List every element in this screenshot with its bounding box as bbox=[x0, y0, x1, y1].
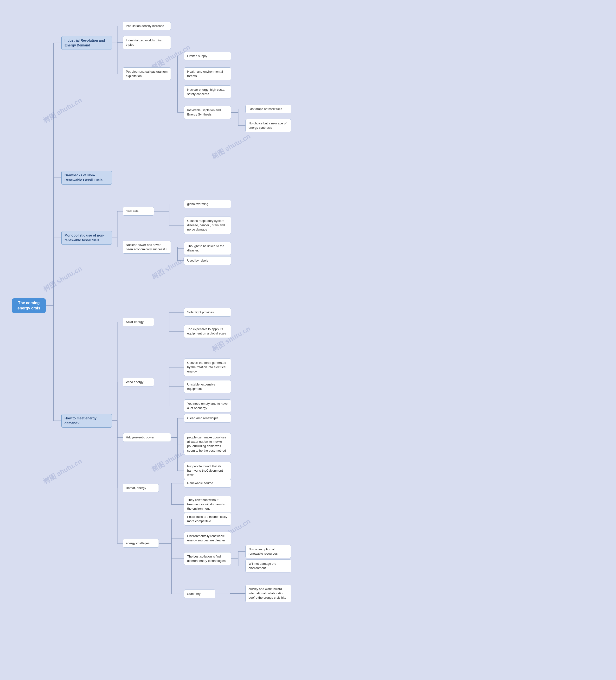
l3-fossil-comp: Fossil fuels are economically more compe… bbox=[184, 512, 231, 526]
l3-solar-light: Solar light provides bbox=[184, 308, 231, 317]
l2-petroleum-label: Petroleum,natual gas,uranium exploitatio… bbox=[126, 70, 167, 78]
l3-nuclear-cost: Nuclear energy: high costs, safety conce… bbox=[184, 85, 231, 98]
l2-energy-chal-label: energy challeges bbox=[126, 541, 149, 545]
l2-hydro: Hrldyroeleotic power bbox=[123, 433, 171, 442]
l1-industrial: Industrial Revolution and Energy Demand bbox=[61, 36, 112, 50]
l3-bomat-renew: Renewable source bbox=[184, 479, 231, 487]
l3-bomat-burn: They can't bun without treatment or will… bbox=[184, 496, 231, 513]
l3-wind-unstable-label: Unstable, expensive equipment bbox=[187, 382, 215, 391]
l2-nuclear-fail: Nuclear power has never been economicall… bbox=[123, 240, 171, 254]
l4-no-damage: Will not damage the environment bbox=[246, 560, 291, 572]
mind-map: The coming energy crsis Industrial Revol… bbox=[5, 10, 611, 659]
l3-limited: Limited supply bbox=[184, 52, 231, 60]
l3-hydro-clean: Clean amd renewolple bbox=[184, 414, 231, 423]
l2-solar-label: Solar energy bbox=[126, 320, 144, 323]
l2-energy-chal: energy challeges bbox=[123, 539, 159, 548]
l3-hydro-clean-label: Clean amd renewolple bbox=[187, 416, 218, 420]
l3-health: Health and environmental threats bbox=[184, 67, 231, 80]
l1-howto-label: How to meet energy demand? bbox=[64, 416, 96, 425]
l2-solar: Solar energy bbox=[123, 318, 154, 326]
l2-wind-label: Wind energy bbox=[126, 380, 143, 384]
l3-wind-convert: Convert the force generated by the rotat… bbox=[184, 359, 231, 376]
l3-bomat-burn-label: They can't bun without treatment or will… bbox=[187, 498, 225, 510]
l3-solar-expensive: Too expensive to apply its equipment on … bbox=[184, 325, 231, 338]
l2-bomat: Bomat, energy bbox=[123, 484, 159, 492]
l1-drawbacks: Drawbacks of Non-Renewable Fossil Fuels bbox=[61, 171, 112, 185]
l3-respiratory: Causes respiratory system disease, cance… bbox=[184, 217, 231, 234]
l3-wind-land-label: You need empty land to have a lot of ene… bbox=[187, 402, 228, 410]
root-label: The coming energy crsis bbox=[18, 301, 40, 310]
l4-no-consumption: No consumption of renewable resources bbox=[246, 545, 291, 558]
l4-last-drops-label: Last drops of fossil fuels bbox=[249, 107, 282, 111]
l1-monopolistic: Monopolistic use of non-renewable fossil… bbox=[61, 231, 112, 245]
l4-no-consumption-label: No consumption of renewable resources bbox=[249, 547, 278, 555]
l3-hydro-harm-label: but people foundl that its harmyu to the… bbox=[187, 464, 223, 477]
l2-population: Population density increase bbox=[123, 22, 171, 30]
l3-wind-land: You need empty land to have a lot of ene… bbox=[184, 399, 231, 413]
l1-monopolistic-label: Monopolistic use of non-renewable fossil… bbox=[64, 233, 105, 242]
l3-wind-unstable: Unstable, expensive equipment bbox=[184, 380, 231, 393]
l1-industrial-label: Industrial Revolution and Energy Demand bbox=[64, 38, 105, 47]
l3-limited-label: Limited supply bbox=[187, 54, 207, 58]
l2-industrialized: Industrialized world's thirst tripled bbox=[123, 36, 171, 49]
l3-fossil-comp-label: Fossil fuels are economically more compe… bbox=[187, 515, 227, 523]
l3-best-sol: The best sollution is find different ene… bbox=[184, 552, 231, 565]
l3-inevitable: Inevitable Depletion and Energy Synthesi… bbox=[184, 106, 231, 119]
l3-hydro-water: people cam make goool use af water outfe… bbox=[184, 433, 231, 455]
l3-env-renew-label: Environmentally renewable energy sources… bbox=[187, 534, 225, 542]
l3-inevitable-label: Inevitable Depletion and Energy Synthesi… bbox=[187, 108, 221, 116]
l3-summary: Summery bbox=[184, 590, 215, 598]
l2-wind: Wind energy bbox=[123, 378, 154, 387]
l3-health-label: Health and environmental threats bbox=[187, 70, 223, 78]
l2-industrialized-label: Industrialized world's thirst tripled bbox=[126, 38, 162, 47]
l1-drawbacks-label: Drawbacks of Non-Renewable Fossil Fuels bbox=[64, 173, 103, 182]
root-node: The coming energy crsis bbox=[12, 299, 46, 313]
l1-howto: How to meet energy demand? bbox=[61, 414, 112, 428]
l4-quickly-label: quickly and work toward international co… bbox=[249, 587, 286, 599]
l3-respiratory-label: Causes respiratory system disease, cance… bbox=[187, 219, 225, 231]
l4-no-choice-label: No choice but a new age of energy synthe… bbox=[249, 121, 287, 130]
l2-darkside: dark side bbox=[123, 207, 154, 216]
l3-rebels-label: Used by rebels bbox=[187, 259, 208, 262]
l3-warming-label: global warming bbox=[187, 202, 208, 206]
l3-nuclear-cost-label: Nuclear energy: high costs, safety conce… bbox=[187, 88, 225, 96]
l3-solar-light-label: Solar light provides bbox=[187, 310, 214, 314]
l4-no-damage-label: Will not damage the environment bbox=[249, 562, 276, 570]
l2-population-label: Population density increase bbox=[126, 24, 164, 28]
l2-nuclear-fail-label: Nuclear power has never been economicall… bbox=[126, 243, 167, 251]
l3-bomat-renew-label: Renewable source bbox=[187, 481, 213, 485]
l4-last-drops: Last drops of fossil fuels bbox=[246, 105, 291, 113]
l3-hydro-water-label: people cam make goool use af water outfe… bbox=[187, 435, 226, 452]
l3-disaster: Thought to be linked to the disaster. bbox=[184, 242, 231, 255]
l3-hydro-harm: but people foundl that its harmyu to the… bbox=[184, 462, 231, 480]
l4-no-choice: No choice but a new age of energy synthe… bbox=[246, 119, 291, 132]
l3-solar-expensive-label: Too expensive to apply its equipment on … bbox=[187, 327, 226, 335]
l3-best-sol-label: The best sollution is find different ene… bbox=[187, 555, 225, 563]
l3-disaster-label: Thought to be linked to the disaster. bbox=[187, 244, 224, 252]
l3-wind-convert-label: Convert the force generated by the rotat… bbox=[187, 361, 226, 373]
l3-summary-label: Summery bbox=[187, 592, 201, 596]
l4-quickly: quickly and work toward international co… bbox=[246, 585, 291, 602]
l2-hydro-label: Hrldyroeleotic power bbox=[126, 435, 155, 439]
l3-warming: global warming bbox=[184, 200, 231, 208]
l2-bomat-label: Bomat, energy bbox=[126, 486, 146, 490]
l3-env-renew: Environmentally renewable energy sources… bbox=[184, 532, 231, 545]
l3-rebels: Used by rebels bbox=[184, 256, 231, 265]
l2-darkside-label: dark side bbox=[126, 209, 139, 213]
l2-petroleum: Petroleum,natual gas,uranium exploitatio… bbox=[123, 67, 171, 80]
